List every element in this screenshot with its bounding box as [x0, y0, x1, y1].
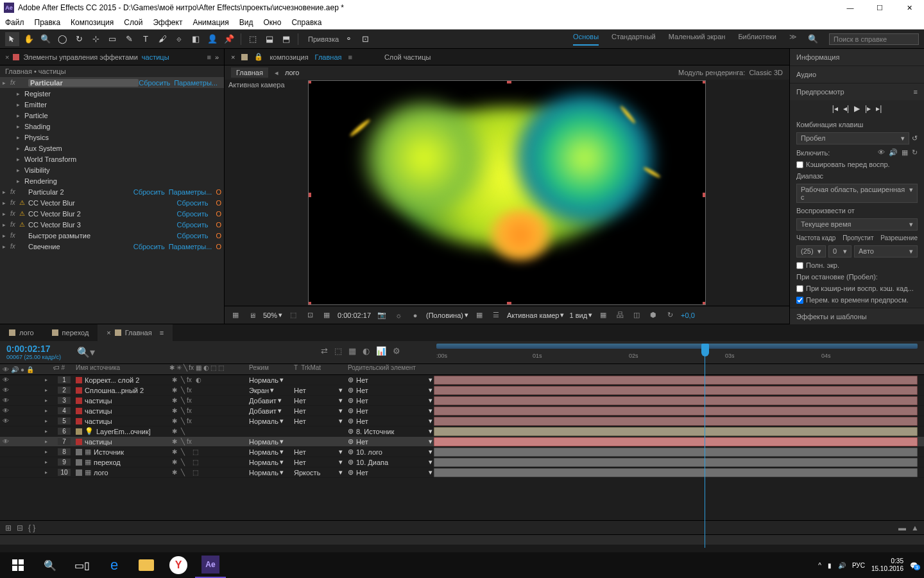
search-icon[interactable]: 🔍: [806, 32, 820, 46]
menu-file[interactable]: Файл: [5, 18, 24, 27]
loop-icon[interactable]: ↻: [912, 148, 918, 157]
snapshot-icon[interactable]: 📷: [376, 310, 388, 321]
layer-row[interactable]: 👁 ▸4 частицы ✱╲fx Добавит▾ Нет▾ ⊚Нет▾: [0, 406, 924, 416]
roto-tool-icon[interactable]: 👤: [205, 32, 219, 46]
fx-property[interactable]: ▸Particle: [0, 110, 224, 121]
clone-tool-icon[interactable]: ⟐: [172, 32, 186, 46]
orbit-tool-icon[interactable]: ◯: [55, 32, 69, 46]
guides-icon[interactable]: 品: [614, 310, 626, 321]
menu-edit[interactable]: Правка: [35, 18, 61, 27]
shortcut-dropdown[interactable]: Пробел▾: [796, 132, 909, 144]
info-panel-header[interactable]: Информация: [790, 49, 924, 66]
taskview-button[interactable]: ▭▯: [67, 552, 98, 578]
shape-tool-icon[interactable]: ▭: [105, 32, 119, 46]
workspace-overflow-icon[interactable]: ≫: [789, 33, 797, 46]
time-ruler[interactable]: :00s01s02s03s04s: [436, 344, 918, 362]
frame-blend-icon[interactable]: ▦: [348, 346, 356, 356]
toggle-brackets-icon[interactable]: { }: [28, 523, 35, 532]
fx-property[interactable]: ▸World Transform: [0, 153, 224, 164]
comp-tab-close-icon[interactable]: ×: [231, 53, 235, 61]
fx-property[interactable]: ▸Aux System: [0, 143, 224, 153]
first-frame-icon[interactable]: |◂: [832, 104, 838, 113]
explorer-icon[interactable]: [131, 552, 162, 578]
draft3d-icon[interactable]: ⬚: [334, 346, 342, 356]
layer-row[interactable]: ▸10 ▦лого ✱╲⬚ Нормаль▾ Яркость▾ ⊚Нет▾: [0, 468, 924, 478]
tray-network-icon[interactable]: ▮: [828, 562, 832, 569]
layer-row[interactable]: 👁 ▸7 частицы ✱╲fx Нормаль▾ ⊚Нет▾: [0, 437, 924, 447]
magnify-icon[interactable]: ▦: [230, 310, 241, 321]
timeline-timecode[interactable]: 0:00:02:17 00067 (25.00 кадр/с): [0, 341, 77, 363]
composition-canvas[interactable]: [308, 80, 706, 305]
toggle-switches-icon[interactable]: ⊞: [5, 523, 12, 532]
toggle-modes-icon[interactable]: ⊟: [17, 523, 23, 532]
preview-panel-header[interactable]: Предпросмотр≡: [790, 83, 924, 100]
onstop2-checkbox[interactable]: [796, 297, 803, 304]
fx-property[interactable]: ▸Rendering: [0, 175, 224, 186]
speaker-icon[interactable]: 🔊: [889, 148, 898, 157]
cache-checkbox[interactable]: [796, 161, 803, 168]
local-axis-icon[interactable]: ⬚: [246, 32, 260, 46]
onstop1-checkbox[interactable]: [796, 285, 803, 292]
last-frame-icon[interactable]: ▸|: [876, 104, 882, 113]
tray-up-icon[interactable]: ^: [818, 562, 821, 569]
tray-volume-icon[interactable]: 🔊: [838, 562, 846, 569]
fx-row[interactable]: ▸fxParticular 2СброситьПараметры...О: [0, 186, 224, 197]
fps-dropdown[interactable]: (25)▾: [796, 245, 826, 258]
zoom-out-icon[interactable]: ▬: [898, 523, 906, 532]
brush-tool-icon[interactable]: 🖌: [155, 32, 169, 46]
flow-main-button[interactable]: Главная: [231, 67, 268, 78]
fx-property[interactable]: ▸Physics: [0, 132, 224, 143]
overlay-icon[interactable]: ▦: [902, 148, 908, 157]
layer-row[interactable]: 👁 ▸2 Сплошна...рный 2 ✱╲fx Экран▾ Нет▾ ⊚…: [0, 385, 924, 396]
play-icon[interactable]: ▶: [854, 104, 860, 113]
layer-row[interactable]: ▸8 ▦Источник ✱╲⬚ Нормаль▾ Нет▾ ⊚10. лого…: [0, 447, 924, 457]
prev-frame-icon[interactable]: ◂|: [843, 104, 849, 113]
timecode-display[interactable]: 0:00:02:17: [338, 311, 371, 319]
search-button[interactable]: 🔍: [35, 552, 65, 578]
menu-window[interactable]: Окно: [263, 18, 281, 27]
layer-row[interactable]: 👁 ▸1 Коррект... слой 2 ✱╲fx◐ Нормаль▾ ⊚Н…: [0, 375, 924, 385]
eye-icon[interactable]: 👁: [878, 148, 885, 157]
layer-tab[interactable]: Слой частицы: [384, 53, 431, 61]
workspace-essentials[interactable]: Основы: [573, 33, 599, 46]
exposure-value[interactable]: +0,0: [681, 311, 695, 319]
panel-overflow-icon[interactable]: »: [215, 53, 219, 61]
views-dropdown[interactable]: 1 вид ▾: [569, 311, 592, 319]
comp-lock-icon[interactable]: 🔒: [254, 53, 263, 61]
refresh-icon[interactable]: ↻: [664, 310, 676, 321]
zoom-tool-icon[interactable]: 🔍: [38, 32, 53, 46]
flow-logo[interactable]: лого: [285, 69, 300, 76]
resolution-dropdown[interactable]: (Половина) ▾: [426, 311, 468, 319]
panel-menu-icon[interactable]: ≡: [207, 53, 210, 61]
viewer[interactable]: Активная камера: [225, 80, 789, 306]
grid-icon[interactable]: ▦: [597, 310, 609, 321]
reset-icon[interactable]: ↺: [912, 134, 918, 143]
fx-row[interactable]: ▸fx⚠CC Vector Blur 3СброситьО: [0, 219, 224, 230]
selection-tool-icon[interactable]: [5, 32, 19, 46]
roi-icon[interactable]: ⊡: [304, 310, 316, 321]
timeline-search-icon[interactable]: 🔍▾: [77, 341, 109, 363]
menu-view[interactable]: Вид: [239, 18, 253, 27]
menu-effect[interactable]: Эффект: [153, 18, 182, 27]
puppet-tool-icon[interactable]: 📌: [222, 32, 236, 46]
menu-animation[interactable]: Анимация: [193, 18, 228, 27]
anchor-tool-icon[interactable]: ⊹: [89, 32, 103, 46]
close-button[interactable]: ✕: [894, 0, 924, 15]
menu-help[interactable]: Справка: [291, 18, 321, 27]
menu-layer[interactable]: Слой: [124, 18, 142, 27]
panel-tab-target[interactable]: частицы: [142, 53, 169, 61]
fx-property[interactable]: ▸Emitter: [0, 99, 224, 110]
hand-tool-icon[interactable]: ✋: [22, 32, 36, 46]
flow-back-icon[interactable]: ◂: [275, 69, 278, 77]
eye-col-icon[interactable]: 👁: [3, 366, 9, 373]
comp-tab-name[interactable]: Главная: [315, 53, 342, 61]
view-axis-icon[interactable]: ⬒: [279, 32, 293, 46]
type-tool-icon[interactable]: T: [139, 32, 153, 46]
fx-row[interactable]: ▸fx⚠CC Vector BlurСброситьО: [0, 197, 224, 208]
display-icon[interactable]: 🖥: [246, 310, 258, 321]
minimize-button[interactable]: —: [835, 0, 865, 15]
range-dropdown[interactable]: Рабочая область, расширенная с▾: [796, 184, 918, 203]
next-frame-icon[interactable]: |▸: [865, 104, 871, 113]
menu-composition[interactable]: Композиция: [71, 18, 114, 27]
resolution-icon[interactable]: ⬚: [287, 310, 299, 321]
